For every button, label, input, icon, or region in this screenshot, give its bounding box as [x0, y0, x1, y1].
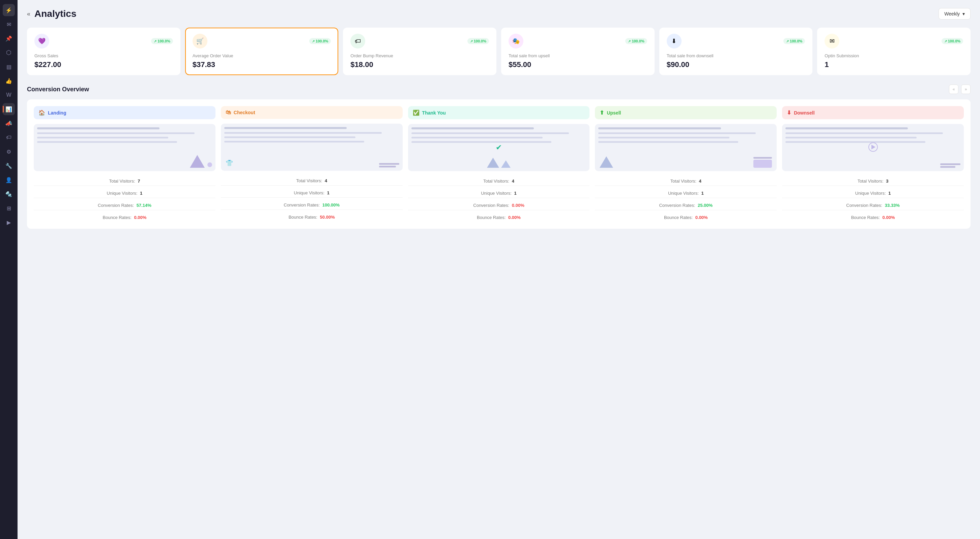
badge-value: 100.0%: [948, 39, 961, 43]
page-header: « Analytics Weekly ▾: [27, 8, 970, 19]
trend-up-icon: ↗: [470, 40, 473, 43]
sidebar-icon-badge[interactable]: 🏷: [3, 132, 15, 144]
conv-card-landing: 🏠 Landing Total Visitors: 7 Unique Visit…: [34, 106, 215, 222]
trend-up-icon: ↗: [944, 40, 947, 43]
trend-up-icon: ↗: [628, 40, 631, 43]
badge-value: 100.0%: [158, 39, 170, 43]
conversion-rate-row: Conversion Rates: 25.00%: [595, 201, 776, 210]
stat-card-total-sale-from-upsell[interactable]: 🎭 ↗ 100.0% Total sale from upsell $55.00: [501, 28, 655, 75]
prev-arrow-button[interactable]: «: [949, 84, 958, 94]
back-icon: «: [27, 10, 30, 17]
sidebar-icon-chart[interactable]: 📊: [3, 103, 15, 115]
conversion-rate-value: 25.00%: [697, 203, 713, 208]
thumbs-icon: 👍: [5, 78, 12, 84]
total-visitors-value: 4: [323, 178, 327, 183]
bounce-rate-label: Bounce Rates:: [664, 215, 693, 220]
stat-value: $55.00: [509, 60, 647, 69]
main-content: « Analytics Weekly ▾ 💜 ↗ 100.0% Gross Sa…: [18, 0, 980, 539]
total-visitors-value: 3: [885, 179, 889, 184]
sidebar-icon-woo[interactable]: W: [3, 89, 15, 101]
plugin-icon: ⚙: [6, 149, 11, 155]
conversion-rate-row: Conversion Rates: 57.14%: [34, 201, 215, 210]
total-visitors-row: Total Visitors: 7: [34, 176, 215, 186]
play-icon: ▶: [7, 219, 11, 226]
stat-card-optin-submission[interactable]: ✉ ↗ 100.0% Optin Submission 1: [817, 28, 970, 75]
page-preview-thankyou: ✔: [408, 124, 590, 171]
conv-stats-checkout: Total Visitors: 4 Unique Visitors: 1 Con…: [221, 176, 402, 222]
bounce-rate-value: 0.00%: [133, 215, 146, 220]
pin-icon: 📌: [5, 35, 12, 42]
stat-label: Total sale from downsell: [667, 53, 805, 58]
funnel-icon: ⬡: [6, 49, 11, 56]
total-visitors-label: Total Visitors:: [109, 179, 135, 184]
sidebar-icon-plugin[interactable]: ⚙: [3, 146, 15, 158]
bounce-rate-label: Bounce Rates:: [103, 215, 132, 220]
stat-icon: 🎭: [512, 37, 520, 45]
total-visitors-row: Total Visitors: 3: [782, 176, 964, 186]
bounce-rate-value: 0.00%: [881, 215, 895, 220]
conv-stats-downsell: Total Visitors: 3 Unique Visitors: 1 Con…: [782, 176, 964, 222]
conversion-rate-row: Conversion Rates: 0.00%: [408, 201, 590, 210]
stat-card-total-sale-from-downsell[interactable]: ⬇ ↗ 100.0% Total sale from downsell $90.…: [659, 28, 813, 75]
stat-label: Gross Sales: [34, 53, 173, 58]
stat-card-average-order-value[interactable]: 🛒 ↗ 100.0% Average Order Value $37.83: [185, 28, 339, 75]
bounce-rate-row: Bounce Rates: 0.00%: [595, 213, 776, 222]
sidebar-icon-mail[interactable]: ✉: [3, 18, 15, 30]
conversion-rate-value: 33.33%: [883, 203, 900, 208]
back-button[interactable]: «: [27, 10, 30, 17]
unique-visitors-value: 1: [326, 190, 329, 195]
stat-icon-wrap: 💜: [34, 34, 49, 49]
sidebar-icon-pages[interactable]: ▤: [3, 61, 15, 73]
conversion-rate-value: 0.00%: [511, 203, 524, 208]
badge-value: 100.0%: [474, 39, 486, 43]
stat-icon: 🛒: [196, 37, 204, 45]
sidebar-icon-user[interactable]: 👤: [3, 174, 15, 186]
conv-card-label-upsell: Upsell: [607, 110, 621, 116]
conv-card-label-checkout: Checkout: [234, 110, 255, 115]
conversion-overview-section: Conversion Overview « » 🏠 Landing: [27, 84, 970, 229]
bounce-rate-value: 0.00%: [507, 215, 520, 220]
sidebar-icon-pin[interactable]: 📌: [3, 32, 15, 44]
stat-card-top: 🛒 ↗ 100.0%: [192, 34, 331, 49]
sidebar-icon-logo[interactable]: ⚡: [3, 4, 15, 16]
conv-card-downsell: ⬇ Downsell Total Visitors:: [782, 106, 964, 222]
stat-icon: 🏷: [355, 38, 361, 45]
next-arrow-button[interactable]: »: [961, 84, 970, 94]
stat-card-gross-sales[interactable]: 💜 ↗ 100.0% Gross Sales $227.00: [27, 28, 180, 75]
bounce-rate-value: 0.00%: [694, 215, 708, 220]
stat-icon-wrap: ⬇: [667, 34, 681, 49]
chart-icon: 📊: [5, 106, 12, 113]
page-preview-landing: [34, 124, 215, 171]
checkout-icon: 🛍: [226, 109, 231, 116]
page-title: Analytics: [34, 8, 76, 19]
stat-badge: ↗ 100.0%: [309, 38, 331, 44]
unique-visitors-value: 1: [700, 191, 704, 196]
stat-card-order-bump-revenue[interactable]: 🏷 ↗ 100.0% Order Bump Revenue $18.00: [343, 28, 496, 75]
page-preview-upsell: [595, 124, 776, 171]
sidebar-icon-settings[interactable]: 🔩: [3, 188, 15, 200]
bounce-rate-label: Bounce Rates:: [477, 215, 506, 220]
conversion-rate-label: Conversion Rates:: [846, 203, 882, 208]
stat-badge: ↗ 100.0%: [151, 38, 173, 44]
period-dropdown[interactable]: Weekly ▾: [939, 8, 970, 19]
sidebar-icon-tools[interactable]: 🔧: [3, 160, 15, 172]
total-visitors-label: Total Visitors:: [858, 179, 883, 184]
sidebar-icon-funnel[interactable]: ⬡: [3, 46, 15, 59]
total-visitors-value: 7: [137, 179, 140, 184]
sidebar-icon-grid[interactable]: ⊞: [3, 202, 15, 214]
stat-value: 1: [824, 60, 963, 69]
stat-label: Total sale from upsell: [509, 53, 647, 58]
sidebar-icon-play[interactable]: ▶: [3, 216, 15, 228]
user-icon: 👤: [5, 177, 12, 183]
unique-visitors-label: Unique Visitors:: [855, 191, 886, 196]
conv-card-label-downsell: Downsell: [794, 110, 815, 116]
conv-card-label-thankyou: Thank You: [422, 110, 446, 116]
unique-visitors-value: 1: [513, 191, 517, 196]
page-preview-downsell: [782, 124, 964, 171]
stat-icon-wrap: 🎭: [509, 34, 523, 49]
conv-stats-landing: Total Visitors: 7 Unique Visitors: 1 Con…: [34, 176, 215, 222]
sidebar-icon-thumbs[interactable]: 👍: [3, 75, 15, 87]
sidebar-icon-megaphone[interactable]: 📣: [3, 117, 15, 129]
woo-icon: W: [6, 92, 11, 98]
unique-visitors-row: Unique Visitors: 1: [782, 189, 964, 198]
